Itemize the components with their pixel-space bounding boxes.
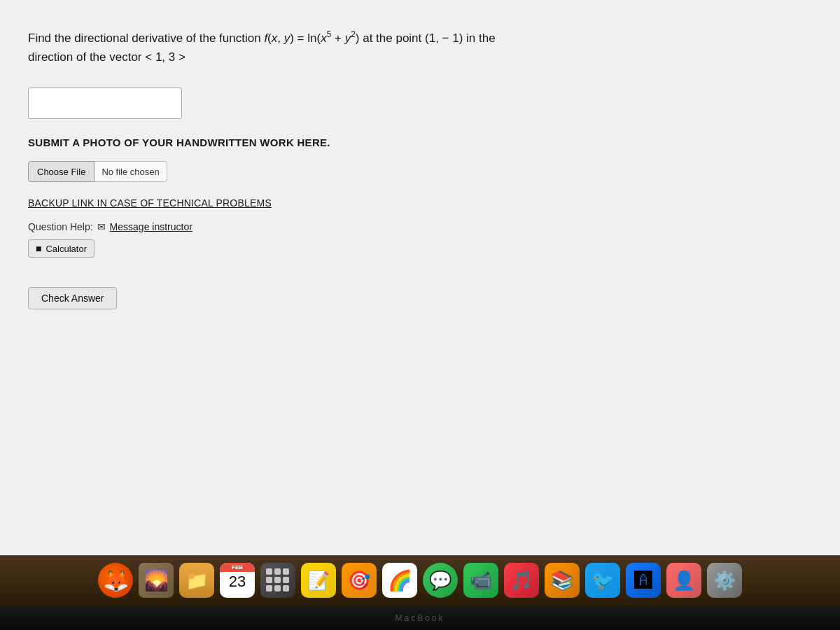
dock-item-appstore[interactable]: 🅰 (625, 562, 662, 598)
dock-item-notes[interactable]: 📝 (300, 562, 337, 598)
message-instructor-link[interactable]: Message instructor (110, 221, 192, 232)
dock-item-contacts[interactable]: 👤 (666, 562, 702, 598)
messages-icon: 💬 (423, 563, 458, 598)
dock-item-facetime[interactable]: 📹 (463, 562, 499, 598)
question-help-row: Question Help: ✉ Message instructor (28, 221, 805, 232)
problem-text: Find the directional derivative of the f… (28, 28, 805, 66)
launchpad-icon (260, 563, 295, 598)
no-file-status: No file chosen (94, 161, 167, 182)
reminders-icon: 🎯 (342, 563, 377, 598)
calendar-day: 23 (229, 574, 246, 589)
system-prefs-icon: ⚙️ (707, 563, 742, 598)
dock-item-twitter[interactable]: 🐦 (584, 562, 621, 598)
calculator-icon: ■ (36, 243, 41, 254)
answer-input[interactable] (28, 88, 182, 119)
appstore-icon: 🅰 (626, 563, 661, 598)
notes-icon: 📝 (301, 563, 336, 598)
books-icon: 📚 (545, 563, 580, 598)
contacts-icon: 👤 (666, 563, 701, 598)
file-chooser-row: Choose File No file chosen (28, 161, 805, 182)
dock-item-books[interactable]: 📚 (544, 562, 580, 598)
photos-icon: 🌈 (382, 563, 417, 598)
firefox-icon: 🦊 (98, 563, 133, 598)
dock-item-firefox[interactable]: 🦊 (97, 562, 134, 598)
submit-photo-label: SUBMIT A PHOTO OF YOUR HANDWRITTEN WORK … (28, 136, 805, 148)
dock-item-photos[interactable]: 🌈 (382, 562, 418, 598)
photo-icon: 🌄 (139, 563, 174, 598)
calculator-button[interactable]: ■ Calculator (28, 239, 94, 258)
mail-icon: ✉ (97, 221, 106, 232)
content-panel: Find the directional derivative of the f… (0, 0, 840, 555)
folder-icon: 📁 (179, 563, 214, 598)
twitter-icon: 🐦 (585, 563, 620, 598)
screen-area: Find the directional derivative of the f… (0, 0, 840, 630)
dock-item-reminders[interactable]: 🎯 (341, 562, 377, 598)
question-help-label: Question Help: (28, 221, 93, 232)
dock-item-folder[interactable]: 📁 (178, 562, 215, 598)
dock-item-messages[interactable]: 💬 (422, 562, 458, 598)
dock-item-calendar[interactable]: FEB 23 (219, 562, 255, 598)
dock-item-music[interactable]: 🎵 (503, 562, 540, 598)
calendar-icon: FEB 23 (220, 563, 255, 598)
check-answer-button[interactable]: Check Answer (28, 287, 117, 309)
dock-bar: 🦊 🌄 📁 FEB 23 (0, 555, 840, 606)
dock-item-system-prefs[interactable]: ⚙️ (706, 562, 743, 598)
calendar-month: FEB (220, 563, 255, 572)
choose-file-button[interactable]: Choose File (28, 161, 94, 182)
dock-item-launchpad[interactable] (260, 562, 296, 598)
macbook-label: MacBook (395, 613, 444, 623)
music-icon: 🎵 (504, 563, 539, 598)
backup-link[interactable]: BACKUP LINK IN CASE OF TECHNICAL PROBLEM… (28, 197, 805, 209)
dock-item-photo[interactable]: 🌄 (138, 562, 174, 598)
bottom-bezel: MacBook (0, 606, 840, 630)
facetime-icon: 📹 (463, 563, 498, 598)
